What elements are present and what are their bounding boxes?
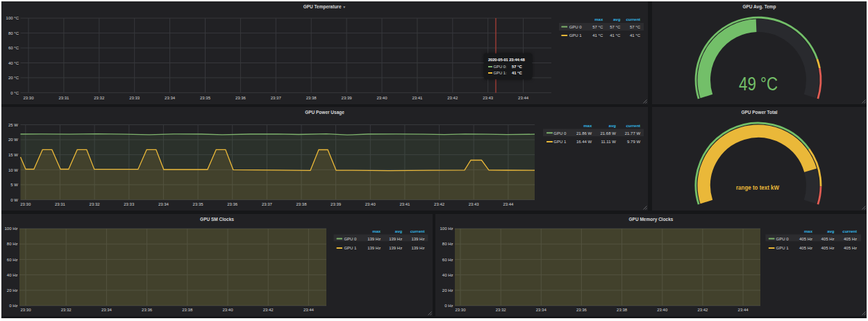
svg-text:23:40: 23:40 [376, 96, 387, 100]
svg-text:23:38: 23:38 [306, 96, 317, 100]
svg-text:60 Hz: 60 Hz [442, 258, 453, 262]
svg-text:60 Hz: 60 Hz [7, 258, 18, 262]
svg-text:21.77 W: 21.77 W [625, 131, 641, 135]
svg-text:25 W: 25 W [8, 123, 18, 127]
svg-text:GPU 0: GPU 0 [344, 237, 357, 241]
svg-text:5 W: 5 W [10, 183, 18, 187]
svg-text:11.11 W: 11.11 W [601, 140, 616, 144]
svg-text:23:36: 23:36 [142, 308, 153, 312]
svg-text:139 Hz: 139 Hz [367, 237, 381, 241]
svg-text:405 Hz: 405 Hz [844, 246, 857, 250]
svg-text:23:40: 23:40 [365, 202, 376, 206]
svg-text:23:32: 23:32 [496, 308, 507, 312]
svg-text:40 °C: 40 °C [8, 61, 19, 65]
svg-text:23:30: 23:30 [23, 96, 34, 100]
svg-text:57 °C: 57 °C [630, 25, 641, 29]
svg-text:23:30: 23:30 [455, 308, 466, 312]
svg-text:23:44: 23:44 [303, 308, 315, 312]
svg-text:40 Hz: 40 Hz [7, 273, 18, 277]
svg-text:10 W: 10 W [8, 168, 18, 172]
svg-text:49 °C: 49 °C [739, 74, 778, 94]
svg-text:80 °C: 80 °C [8, 31, 19, 35]
svg-text:avg: avg [613, 17, 621, 22]
svg-text:current: current [626, 124, 640, 128]
svg-text:23:34: 23:34 [536, 308, 547, 312]
svg-text:23:44: 23:44 [503, 202, 514, 206]
svg-text:0 W: 0 W [10, 198, 18, 202]
svg-text:23:39: 23:39 [342, 96, 353, 100]
svg-text:23:30: 23:30 [20, 202, 31, 206]
svg-text:21.68 W: 21.68 W [601, 131, 617, 135]
svg-text:max: max [583, 124, 592, 128]
svg-text:405 Hz: 405 Hz [844, 237, 857, 241]
svg-text:23:39: 23:39 [331, 202, 342, 206]
svg-text:GPU 0: GPU 0 [569, 25, 583, 29]
svg-text:23:31: 23:31 [55, 202, 66, 206]
svg-text:23:42: 23:42 [447, 96, 458, 100]
svg-text:range to text kW: range to text kW [736, 183, 779, 191]
svg-text:139 Hz: 139 Hz [389, 246, 402, 250]
svg-text:avg: avg [395, 229, 403, 233]
svg-text:23:38: 23:38 [617, 308, 628, 312]
svg-text:23:32: 23:32 [94, 96, 105, 100]
svg-text:9.79 W: 9.79 W [627, 140, 640, 144]
svg-text:max: max [372, 229, 381, 233]
svg-text:max: max [594, 17, 603, 22]
svg-text:23:42: 23:42 [434, 202, 445, 206]
svg-text:23:32: 23:32 [90, 202, 101, 206]
svg-text:405 Hz: 405 Hz [799, 237, 812, 241]
svg-text:23:34: 23:34 [101, 308, 112, 312]
svg-text:80 Hz: 80 Hz [7, 242, 18, 246]
svg-text:23:41: 23:41 [412, 96, 423, 100]
svg-text:15 W: 15 W [8, 153, 18, 157]
svg-text:0 Hz: 0 Hz [444, 304, 453, 308]
svg-text:60 °C: 60 °C [8, 46, 19, 50]
svg-text:41 °C: 41 °C [592, 33, 603, 38]
svg-text:139 Hz: 139 Hz [411, 237, 424, 241]
svg-text:20 Hz: 20 Hz [7, 288, 18, 293]
svg-text:23:37: 23:37 [271, 96, 282, 100]
svg-text:23:33: 23:33 [129, 96, 140, 100]
svg-text:GPU 1: GPU 1 [776, 246, 790, 250]
svg-text:23:34: 23:34 [165, 96, 176, 100]
svg-text:57 °C: 57 °C [610, 25, 621, 29]
svg-text:23:40: 23:40 [222, 308, 233, 312]
svg-text:41 °C: 41 °C [630, 33, 641, 38]
svg-text:23:34: 23:34 [158, 202, 169, 206]
svg-text:23:35: 23:35 [200, 96, 211, 100]
svg-text:23:32: 23:32 [61, 308, 72, 312]
svg-text:20 W: 20 W [8, 138, 18, 142]
svg-text:23:35: 23:35 [193, 202, 204, 206]
svg-text:current: current [410, 229, 425, 233]
svg-text:GPU 1: GPU 1 [553, 140, 567, 144]
svg-text:GPU 1: GPU 1 [344, 246, 357, 250]
svg-text:23:30: 23:30 [20, 308, 31, 312]
svg-text:139 Hz: 139 Hz [389, 237, 402, 241]
svg-text:16.44 W: 16.44 W [576, 140, 592, 144]
svg-text:40 Hz: 40 Hz [442, 273, 453, 277]
svg-text:23:42: 23:42 [697, 308, 708, 312]
svg-text:405 Hz: 405 Hz [799, 246, 812, 250]
svg-text:80 Hz: 80 Hz [442, 242, 453, 246]
svg-text:20 °C: 20 °C [8, 76, 19, 80]
svg-text:23:33: 23:33 [124, 202, 135, 206]
svg-text:GPU 1: GPU 1 [569, 33, 583, 38]
svg-text:23:43: 23:43 [483, 96, 494, 100]
svg-text:avg: avg [609, 124, 617, 128]
svg-text:100 °C: 100 °C [6, 16, 19, 20]
svg-text:405 Hz: 405 Hz [821, 246, 834, 250]
svg-text:23:44: 23:44 [738, 308, 749, 312]
svg-text:100 Hz: 100 Hz [4, 227, 17, 231]
svg-text:57 °C: 57 °C [592, 25, 603, 29]
svg-text:0 Hz: 0 Hz [9, 304, 17, 308]
svg-text:GPU 0: GPU 0 [553, 131, 567, 135]
svg-text:23:41: 23:41 [399, 202, 410, 206]
svg-text:23:31: 23:31 [58, 96, 69, 100]
svg-text:current: current [842, 229, 857, 233]
svg-text:20 Hz: 20 Hz [442, 288, 453, 293]
svg-text:139 Hz: 139 Hz [367, 246, 381, 250]
svg-text:23:36: 23:36 [576, 308, 587, 312]
svg-text:23:38: 23:38 [296, 202, 307, 206]
svg-text:0 °C: 0 °C [10, 91, 19, 95]
svg-text:100 Hz: 100 Hz [440, 227, 453, 231]
